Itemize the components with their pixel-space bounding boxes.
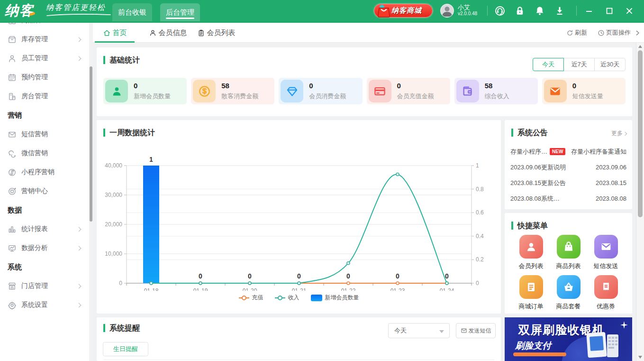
stat-card-member-spend: 0会员消费金额 — [279, 78, 362, 104]
sidebar-item-miniprogram-marketing[interactable]: 小程序营销 — [0, 163, 89, 182]
svg-text:1: 1 — [149, 156, 153, 163]
page-ops-button[interactable]: 页面操作 — [598, 23, 631, 43]
announcement-text: 2023.08.15更新公告 — [510, 179, 566, 187]
page-scrollbar-thumb[interactable] — [638, 50, 643, 217]
svg-text:0.6: 0.6 — [476, 209, 484, 216]
sidebar-item-marketing-center[interactable]: 营销中心 — [0, 182, 89, 201]
coupon-icon — [594, 275, 618, 299]
tab-member-info[interactable]: 会员信息 — [144, 23, 191, 43]
new-badge: NEW — [550, 148, 565, 155]
sidebar-scrollbar[interactable] — [89, 23, 93, 361]
more-link[interactable]: 更多 — [611, 130, 626, 138]
lock-icon[interactable] — [514, 5, 526, 17]
announcement-date: 2023.08.15 — [596, 179, 626, 186]
quick-goods-list[interactable]: 商品列表 — [550, 235, 587, 270]
nav-tab-front-desk[interactable]: 前台收银 — [112, 3, 152, 21]
svg-text:0.2: 0.2 — [476, 256, 484, 263]
range-7days-button[interactable]: 近7天 — [563, 58, 595, 71]
sidebar-item-reports[interactable]: 统计报表 — [0, 220, 89, 239]
tab-member-list[interactable]: 会员列表 — [192, 23, 240, 43]
sidebar-scrollbar-thumb[interactable] — [90, 66, 92, 222]
sidebar-item-label: 营销中心 — [21, 187, 48, 195]
stat-label: 散客消费金额 — [221, 92, 258, 101]
announcement-row[interactable]: 2023.08.15更新公告 2023.08.15 — [510, 175, 626, 191]
quick-mall-orders[interactable]: 商城订单 — [512, 275, 550, 311]
mall-badge[interactable]: 纳客商城 — [374, 4, 433, 18]
ad-banner[interactable]: 双屏刷脸收银机 刷脸支付 — [505, 317, 632, 361]
announcement-row[interactable]: 存量小程序… NEW 存量小程序备案通知 — [510, 144, 626, 159]
quick-goods-packages[interactable]: 商品套餐 — [550, 275, 587, 311]
stat-card-new-members: 0新增会员数量 — [103, 78, 187, 104]
wechat-icon — [8, 149, 17, 158]
sidebar-item-inventory[interactable]: 库存管理 — [0, 30, 89, 49]
quick-item-label: 优惠券 — [597, 302, 615, 311]
bell-icon[interactable] — [534, 5, 545, 17]
send-sms-button[interactable]: 发送短信 — [456, 323, 496, 338]
chevron-right-icon — [77, 56, 82, 61]
announcement-text: 存量小程序… — [510, 148, 547, 156]
weekly-stats-title: 一周数据统计 — [103, 129, 155, 137]
stat-cards: 0新增会员数量 58散客消费金额 0会员消费金额 0会员充值金额 58综合收入 — [103, 78, 626, 104]
stat-label: 会员充值金额 — [397, 92, 434, 101]
select-value: 今天 — [394, 327, 407, 334]
announcement-row[interactable]: 2023.09.06更新说明 2023.09.06 — [510, 159, 626, 175]
minimize-button[interactable] — [583, 5, 595, 17]
refresh-label: 刷新 — [575, 28, 587, 37]
refresh-button[interactable]: 刷新 — [566, 23, 587, 43]
sidebar-item-analysis[interactable]: 数据分析 — [0, 239, 89, 258]
sidebar-item-label: 统计报表 — [21, 225, 48, 233]
order-icon — [519, 275, 543, 299]
quick-sms-send[interactable]: 短信发送 — [587, 235, 625, 270]
scroll-down-arrow-icon[interactable] — [638, 356, 642, 359]
close-button[interactable] — [624, 5, 635, 17]
diamond-icon — [281, 80, 303, 102]
page-scrollbar[interactable] — [636, 43, 644, 361]
stat-value: 58 — [221, 82, 258, 90]
home-icon — [103, 29, 111, 37]
stat-card-sms-sent: 0短信发送量 — [542, 78, 626, 104]
legend-income[interactable]: 收入 — [275, 294, 299, 302]
quick-member-list[interactable]: 会员列表 — [512, 235, 550, 270]
birthday-reminder-tab[interactable]: 生日提醒 — [103, 342, 148, 356]
stat-value: 0 — [397, 82, 434, 90]
range-today-button[interactable]: 今天 — [533, 58, 564, 71]
mall-badge-label: 纳客商城 — [391, 6, 422, 15]
nav-tab-backend[interactable]: 后台管理 — [160, 3, 200, 21]
range-30days-button[interactable]: 近30天 — [594, 58, 626, 71]
sidebar-item-staff[interactable]: 员工管理 — [0, 49, 89, 68]
announcements-panel: 系统公告 更多 存量小程序… NEW 存量小程序备案通知 2023.09.06更… — [505, 120, 632, 209]
member-icon — [519, 235, 543, 259]
stat-label: 短信发送量 — [572, 92, 603, 101]
chevron-right-icon — [77, 37, 82, 42]
sidebar: 商品管理 库存管理 员工管理 预约管理 房台管理 营销 短信营销 微信营销 — [0, 23, 89, 361]
room-icon — [8, 92, 17, 101]
shopping-bag-icon — [375, 2, 392, 19]
avatar[interactable] — [440, 4, 454, 18]
svg-text:01-18: 01-18 — [144, 287, 159, 291]
sidebar-item-store-management[interactable]: 门店管理 — [0, 277, 89, 296]
sidebar-item-booking[interactable]: 预约管理 — [0, 68, 89, 87]
sidebar-item-settings[interactable]: 系统设置 — [0, 296, 89, 315]
basic-stats-panel: 基础统计 今天 近7天 近30天 0新增会员数量 58散客消费金额 0会员消费金… — [97, 47, 632, 116]
announcement-row[interactable]: 2023.08.08系统… 2023.08.08 — [510, 191, 626, 206]
sidebar-item-label: 微信营销 — [21, 149, 48, 157]
quick-menu-grid: 会员列表 商品列表 短信发送 商城订单 商品套餐 优惠券 — [512, 235, 625, 311]
sidebar-item-room[interactable]: 房台管理 — [0, 87, 89, 106]
download-icon[interactable] — [554, 5, 565, 17]
tab-home[interactable]: 首页 — [95, 23, 135, 43]
sidebar-item-sms-marketing[interactable]: 短信营销 — [0, 125, 89, 144]
stat-value: 0 — [572, 82, 603, 90]
maximize-button[interactable] — [604, 5, 615, 17]
legend-recharge[interactable]: 充值 — [239, 294, 263, 302]
quick-item-label: 商品套餐 — [556, 302, 581, 311]
reminder-range-select[interactable]: 今天 — [388, 323, 450, 338]
collapse-chevron-icon[interactable] — [634, 23, 641, 43]
scroll-up-arrow-icon[interactable] — [638, 45, 642, 48]
legend-new-members[interactable]: 新增会员数量 — [311, 294, 359, 302]
target-icon — [8, 187, 17, 196]
customer-service-icon[interactable] — [494, 5, 506, 17]
svg-text:0: 0 — [346, 272, 350, 280]
sidebar-item-wechat-marketing[interactable]: 微信营销 — [0, 144, 89, 163]
quick-coupons[interactable]: 优惠券 — [587, 275, 625, 311]
sidebar-item-goods[interactable]: 商品管理 — [0, 23, 89, 30]
